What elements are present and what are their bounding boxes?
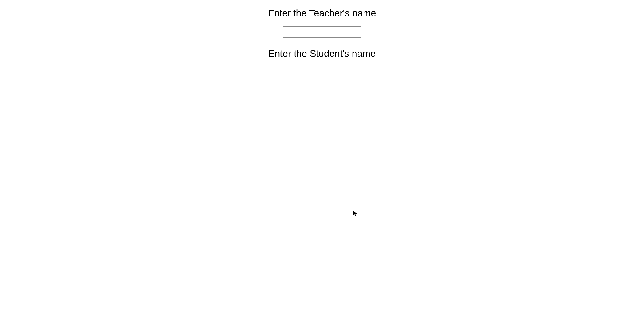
mouse-cursor-icon [353,211,359,216]
teacher-name-input[interactable] [283,26,361,38]
form-container: Enter the Teacher's name Enter the Stude… [0,0,644,89]
teacher-name-label: Enter the Teacher's name [0,8,644,19]
student-name-label: Enter the Student's name [0,48,644,59]
student-name-input[interactable] [283,67,361,78]
